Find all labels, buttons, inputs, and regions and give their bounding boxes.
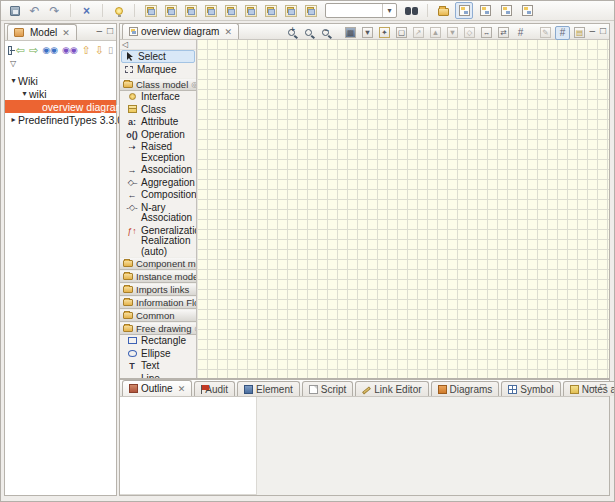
expander-icon[interactable]: ▸ [9,115,18,124]
palette-section-information-flow[interactable]: Information Flo... [120,296,196,309]
export-image-icon[interactable]: ▼ [360,26,375,40]
close-icon[interactable]: ✕ [178,384,186,394]
close-icon[interactable]: ✕ [62,28,70,38]
tree-row[interactable]: ▸ PredefinedTypes 3.3.00 [5,113,116,126]
palette-item-line[interactable]: → Line [120,373,196,378]
pen-style-icon[interactable]: ✎ [538,26,553,40]
collapse-all-icon[interactable] [8,46,12,55]
save-image-icon[interactable]: ✦ [377,26,392,40]
palette-item-text[interactable]: T Text [120,360,196,373]
perspective-icon-2[interactable] [476,2,494,19]
minimize-icon[interactable]: – [589,382,595,392]
model-action-icon-1[interactable] [142,3,159,19]
model-action-icon-9[interactable] [302,3,319,19]
maximize-icon[interactable]: □ [600,26,606,36]
model-action-icon-4[interactable] [202,3,219,19]
maximize-icon[interactable]: □ [600,382,606,392]
perspective-icon-3[interactable] [497,2,515,19]
model-action-icon-7[interactable] [262,3,279,19]
close-icon[interactable]: ✕ [224,27,232,37]
tree-item-label[interactable]: PredefinedTypes 3.3.00 [18,114,129,126]
tab-symbol[interactable]: Symbol [501,381,560,396]
palette-item-operation[interactable]: o() Operation [120,129,196,142]
palette-item-generalization-realization-auto[interactable]: ƒ↑ Generalizatio... Realization (auto) [120,225,196,258]
mask-icon[interactable]: ▼ [445,26,460,40]
tree-item-label[interactable]: Wiki [18,75,38,87]
palette-item-composition[interactable]: ← Composition [120,189,196,202]
open-perspective-icon[interactable] [435,3,452,19]
perspective-icon-4[interactable] [518,2,536,19]
palette-item-interface[interactable]: Interface [120,91,196,104]
tab-link-editor[interactable]: Link Editor [355,381,428,396]
tab-outline[interactable]: Outline ✕ [122,380,192,396]
hint-lightbulb-icon[interactable] [110,3,127,19]
select-frame-icon[interactable]: ▢ [394,26,409,40]
save-icon[interactable] [6,3,23,19]
model-action-icon-5[interactable] [222,3,239,19]
editor-tab-overview-diagram[interactable]: overview diagram ✕ [122,23,239,39]
move-up-icon[interactable]: ⇧ [82,45,91,56]
palette-item-rectangle[interactable]: Rectangle [120,335,196,348]
palette-collapse-icon[interactable]: ◁ [120,40,196,50]
binoculars-search-icon[interactable] [403,3,420,19]
tree-item-label[interactable]: wiki [29,88,47,100]
palette-section-imports-links[interactable]: Imports links [120,283,196,296]
expander-icon[interactable]: ▾ [9,76,18,85]
back-icon[interactable]: ⇦ [16,45,25,56]
zoom-in-icon[interactable]: + [284,26,299,40]
palette-item-raised-exception[interactable]: ⇢ Raised Exception [120,141,196,164]
palette-tool-select[interactable]: Select [121,50,195,63]
model-action-icon-6[interactable] [242,3,259,19]
palette-tool-marquee[interactable]: Marquee [121,63,195,74]
move-down-icon[interactable]: ⇩ [95,45,104,56]
tab-element[interactable]: Element [237,381,300,396]
related-purple-icon[interactable]: ◉◉ [62,46,78,55]
palette-section-free-drawing[interactable]: Free drawing ◎ [120,322,196,335]
show-links-icon[interactable]: ↗ [411,26,426,40]
configuration-icon[interactable]: × [78,3,95,19]
palette-section-component-model[interactable]: Component mo... [120,257,196,270]
palette-item-aggregation[interactable]: ◇– Aggregation [120,177,196,190]
tab-diagrams[interactable]: Diagrams [431,381,500,396]
related-blue-icon[interactable]: ◉◉ [42,46,58,55]
page-grid-icon[interactable]: # [513,26,528,40]
redo-icon[interactable]: ↷ [46,3,63,19]
palette-item-class[interactable]: Class [120,104,196,117]
tree-row[interactable]: ▾ wiki [5,87,116,100]
model-action-icon-3[interactable] [182,3,199,19]
palette-item-attribute[interactable]: a: Attribute [120,116,196,129]
model-action-icon-2[interactable] [162,3,179,19]
tree-item-label[interactable]: overview diagram [42,101,124,113]
view-menu-icon[interactable]: ▽ [5,59,116,71]
tab-audit[interactable]: Audit [194,381,235,396]
forward-icon[interactable]: ⇨ [29,45,38,56]
palette-section-common[interactable]: Common [120,309,196,322]
palette-section-instance-model[interactable]: Instance model [120,270,196,283]
model-view-tab[interactable]: Model ✕ [7,24,77,40]
outline-content[interactable] [120,397,257,495]
model-action-icon-8[interactable] [282,3,299,19]
unmask-icon[interactable]: ▲ [428,26,443,40]
combo-dropdown-icon[interactable]: ▾ [382,4,396,17]
palette-section-class-model[interactable]: Class model ◎ [120,78,196,91]
show-grid-icon[interactable]: ▤ [572,26,587,40]
related-icon[interactable]: ◇ [462,26,477,40]
undo-icon[interactable]: ↶ [26,3,43,19]
fit-width-icon[interactable]: ⇄ [496,26,511,40]
maximize-icon[interactable]: □ [107,26,113,36]
bookmark-icon[interactable]: ▯ [108,46,113,55]
fit-to-window-icon[interactable]: ↔ [479,26,494,40]
tree-row-selected[interactable]: overview diagram [5,100,116,113]
perspective-modeling-icon[interactable] [455,2,473,19]
minimize-icon[interactable]: – [96,26,102,36]
pin-icon[interactable]: ◎ [194,324,196,333]
minimize-icon[interactable]: – [589,26,595,36]
zoom-out-icon[interactable]: – [318,26,333,40]
palette-item-association[interactable]: → Association [120,164,196,177]
palette-item-ellipse[interactable]: Ellipse [120,348,196,361]
expander-icon[interactable]: ▾ [20,89,29,98]
zoom-original-icon[interactable] [301,26,316,40]
diagram-canvas[interactable] [197,40,609,378]
search-combo[interactable]: ▾ [325,3,397,18]
tree-row[interactable]: ▾ Wiki [5,74,116,87]
